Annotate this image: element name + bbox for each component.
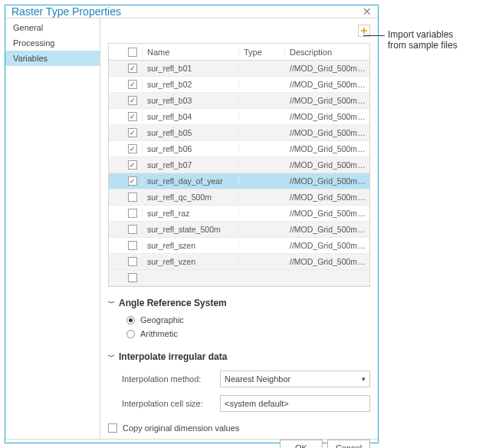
row-checkbox[interactable]: ✓ — [128, 128, 137, 137]
header-checkbox[interactable] — [128, 48, 137, 57]
header-name[interactable]: Name — [143, 48, 239, 57]
header-type[interactable]: Type — [239, 48, 285, 57]
row-description: //MOD_Grid_500m_Surface_Ref... — [285, 193, 369, 202]
interp-cell-value: <system default> — [225, 399, 289, 408]
dialog-title: Raster Type Properties — [11, 5, 121, 18]
row-description: //MOD_Grid_500m_Surface_Ref... — [285, 225, 369, 234]
interp-cell-label: Interpolation cell size: — [122, 399, 220, 408]
row-name: sur_refl_b02 — [143, 80, 239, 89]
copy-dimension-checkbox[interactable] — [108, 423, 117, 433]
callout-line — [363, 35, 385, 36]
interp-section-header[interactable]: ﹀ Interpolate irregular data — [108, 351, 370, 362]
table-row[interactable]: ✓sur_refl_b02//MOD_Grid_500m_Surface_Ref… — [109, 77, 369, 93]
table-row[interactable]: ✓sur_refl_day_of_year//MOD_Grid_500m_Sur… — [109, 173, 369, 189]
radio-icon — [126, 316, 135, 324]
row-name: sur_refl_szen — [143, 241, 239, 250]
table-row[interactable]: sur_refl_state_500m//MOD_Grid_500m_Surfa… — [109, 222, 369, 238]
radio-geographic[interactable]: Geographic — [108, 313, 370, 327]
row-checkbox[interactable]: ✓ — [128, 160, 137, 170]
row-name: sur_refl_day_of_year — [143, 176, 239, 186]
table-row[interactable]: ✓sur_refl_b01//MOD_Grid_500m_Surface_Ref… — [109, 61, 369, 77]
row-checkbox[interactable]: ✓ — [128, 144, 137, 153]
interp-method-value: Nearest Neighbor — [225, 374, 290, 384]
row-checkbox[interactable]: ✓ — [128, 176, 137, 186]
plus-icon — [360, 27, 368, 35]
callout-text-1: Import variables — [379, 29, 471, 40]
table-row[interactable]: sur_refl_qc_500m//MOD_Grid_500m_Surface_… — [109, 189, 369, 206]
callout-text-2: from sample files — [379, 40, 471, 51]
row-name: sur_refl_b06 — [143, 144, 239, 153]
dialog-footer: OK Cancel — [5, 439, 378, 448]
interp-method-label: Interpolation method: — [122, 374, 220, 384]
row-checkbox[interactable] — [128, 225, 137, 234]
row-name: sur_refl_state_500m — [143, 225, 239, 234]
radio-icon — [126, 330, 135, 338]
row-checkbox[interactable] — [128, 273, 137, 282]
table-row[interactable]: ✓sur_refl_b04//MOD_Grid_500m_Surface_Ref… — [109, 109, 369, 125]
row-name: sur_refl_b04 — [143, 112, 239, 121]
titlebar: Raster Type Properties ✕ — [5, 5, 378, 18]
row-description: //MOD_Grid_500m_Surface_Ref... — [285, 112, 369, 121]
row-name: sur_refl_b03 — [143, 96, 239, 105]
row-checkbox[interactable]: ✓ — [128, 80, 137, 89]
row-name: sur_refl_b05 — [143, 128, 239, 137]
chevron-down-icon: ﹀ — [108, 298, 115, 308]
row-checkbox[interactable]: ✓ — [128, 112, 137, 121]
interp-method-dropdown[interactable]: Nearest Neighbor ▾ — [220, 371, 370, 387]
cancel-button[interactable]: Cancel — [327, 440, 370, 448]
chevron-down-icon: ﹀ — [108, 352, 115, 362]
table-row[interactable]: sur_refl_raz//MOD_Grid_500m_Surface_Ref.… — [109, 206, 369, 222]
interp-section-title: Interpolate irregular data — [119, 351, 227, 362]
row-description: //MOD_Grid_500m_Surface_Ref... — [285, 80, 369, 89]
row-name: sur_refl_b01 — [143, 64, 239, 73]
row-checkbox[interactable] — [128, 257, 137, 266]
table-row[interactable]: ✓sur_refl_b05//MOD_Grid_500m_Surface_Ref… — [109, 125, 369, 141]
copy-dimension-label: Copy original dimension values — [123, 423, 239, 433]
chevron-down-icon: ▾ — [362, 375, 366, 383]
table-row[interactable]: sur_refl_vzen//MOD_Grid_500m_Surface_Ref… — [109, 254, 369, 270]
sidebar-item-general[interactable]: General — [5, 20, 100, 35]
row-description: //MOD_Grid_500m_Surface_Ref... — [285, 128, 369, 137]
radio-arithmetic[interactable]: Arithmetic — [108, 327, 370, 341]
row-description: //MOD_Grid_500m_Surface_Ref... — [285, 64, 369, 73]
table-header: Name Type Description — [109, 44, 369, 61]
main-panel: Name Type Description ✓sur_refl_b01//MOD… — [100, 18, 378, 439]
header-description[interactable]: Description — [285, 48, 369, 57]
raster-type-properties-dialog: Raster Type Properties ✕ GeneralProcessi… — [5, 5, 379, 443]
row-name: sur_refl_b07 — [143, 160, 239, 170]
row-checkbox[interactable] — [128, 241, 137, 250]
row-description: //MOD_Grid_500m_Surface_Ref... — [285, 96, 369, 105]
angle-section-title: Angle Reference System — [119, 298, 227, 308]
interp-cell-input[interactable]: <system default> — [220, 395, 370, 412]
row-description: //MOD_Grid_500m_Surface_Ref... — [285, 209, 369, 218]
row-description: //MOD_Grid_500m_Surface_Ref... — [285, 241, 369, 250]
row-description: //MOD_Grid_500m_Surface_Ref... — [285, 257, 369, 266]
radio-label: Arithmetic — [140, 329, 178, 338]
row-name: sur_refl_qc_500m — [143, 193, 239, 202]
table-row[interactable]: sur_refl_szen//MOD_Grid_500m_Surface_Ref… — [109, 238, 369, 254]
sidebar-item-variables[interactable]: Variables — [5, 51, 100, 66]
callout: Import variables from sample files — [379, 29, 471, 51]
variables-table: Name Type Description ✓sur_refl_b01//MOD… — [108, 43, 370, 287]
sidebar: GeneralProcessingVariables — [5, 18, 100, 439]
table-row[interactable]: ✓sur_refl_b03//MOD_Grid_500m_Surface_Ref… — [109, 93, 369, 109]
ok-button[interactable]: OK — [280, 440, 323, 448]
radio-label: Geographic — [140, 315, 184, 324]
close-icon[interactable]: ✕ — [363, 5, 372, 18]
angle-section-header[interactable]: ﹀ Angle Reference System — [108, 298, 370, 308]
row-description: //MOD_Grid_500m_Surface_Ref... — [285, 160, 369, 170]
table-row[interactable]: ✓sur_refl_b07//MOD_Grid_500m_Surface_Ref… — [109, 157, 369, 173]
row-name: sur_refl_vzen — [143, 257, 239, 266]
row-name: sur_refl_raz — [143, 209, 239, 218]
table-row[interactable]: ✓sur_refl_b06//MOD_Grid_500m_Surface_Ref… — [109, 141, 369, 157]
sidebar-item-processing[interactable]: Processing — [5, 35, 100, 51]
row-description: //MOD_Grid_500m_Surface_Ref... — [285, 144, 369, 153]
table-row-empty — [109, 270, 369, 286]
row-checkbox[interactable] — [128, 193, 137, 202]
row-description: //MOD_Grid_500m_Surface_Ref... — [285, 176, 369, 186]
row-checkbox[interactable] — [128, 209, 137, 218]
row-checkbox[interactable]: ✓ — [128, 96, 137, 105]
row-checkbox[interactable]: ✓ — [128, 64, 137, 73]
